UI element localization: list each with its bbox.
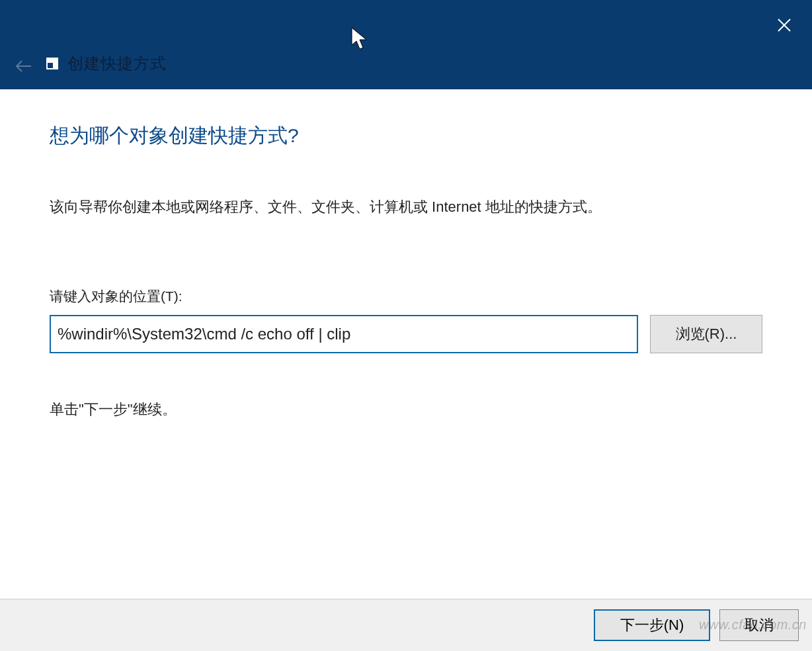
- title-row: 创建快捷方式: [46, 53, 167, 74]
- dialog-footer: 下一步(N) 取消: [0, 599, 812, 651]
- close-button[interactable]: [771, 12, 797, 38]
- location-label: 请键入对象的位置(T):: [50, 287, 762, 306]
- wizard-content: 想为哪个对象创建快捷方式? 该向导帮你创建本地或网络程序、文件、文件夹、计算机或…: [0, 89, 812, 599]
- close-icon: [777, 18, 792, 32]
- back-button[interactable]: [12, 54, 36, 78]
- browse-button[interactable]: 浏览(R)...: [650, 315, 762, 353]
- wizard-description: 该向导帮你创建本地或网络程序、文件、文件夹、计算机或 Internet 地址的快…: [50, 196, 762, 218]
- back-arrow-icon: [15, 60, 32, 73]
- mouse-cursor-icon: [350, 26, 369, 53]
- window-title: 创建快捷方式: [67, 53, 167, 74]
- location-input[interactable]: [50, 315, 638, 353]
- wizard-heading: 想为哪个对象创建快捷方式?: [50, 122, 762, 150]
- titlebar: 创建快捷方式: [0, 0, 812, 89]
- location-input-row: 浏览(R)...: [50, 315, 762, 353]
- watermark: www.cfan.com.cn: [699, 617, 807, 632]
- continue-hint: 单击"下一步"继续。: [50, 400, 762, 419]
- next-button[interactable]: 下一步(N): [594, 609, 710, 641]
- shortcut-icon: [46, 58, 58, 69]
